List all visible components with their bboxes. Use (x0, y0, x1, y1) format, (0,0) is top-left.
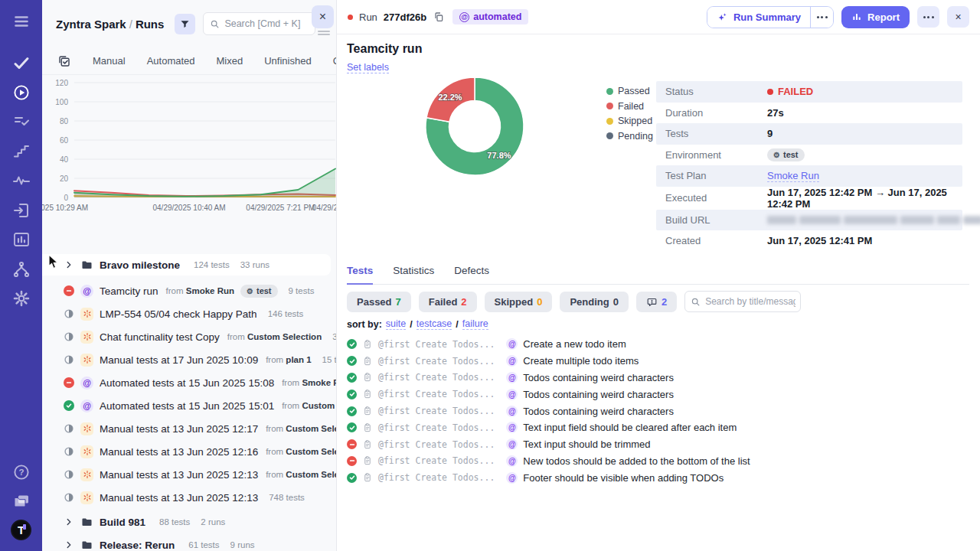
run-row[interactable]: Manual tests at 13 Jun 2025 12:16from Cu… (42, 441, 337, 462)
report-button[interactable]: Report (841, 6, 910, 28)
test-title[interactable]: New todos should be added to the bottom … (523, 455, 750, 467)
branch-icon[interactable] (12, 260, 31, 279)
test-filters-row: Passed 7Failed 2Skipped 0Pending 02 (347, 291, 801, 312)
run-row[interactable]: @Automated tests at 15 Jun 2025 15:01fro… (42, 395, 337, 416)
run-name: LMP-554 05/04 check Happy Path (100, 308, 257, 320)
runs-tab-unfinished[interactable]: Unfinished (264, 55, 311, 67)
test-title[interactable]: Todos containing weird characters (523, 389, 674, 400)
copy-run-id-button[interactable] (433, 10, 446, 24)
test-row[interactable]: @first Create Todos...@Todos containing … (347, 386, 972, 403)
test-title[interactable]: Todos containing weird characters (523, 372, 674, 383)
filter-count: 2 (461, 296, 466, 308)
run-row[interactable]: Chat functinality test Copyfrom Custom S… (42, 326, 337, 347)
close-detail-button[interactable]: × (947, 6, 969, 28)
run-plan-name: Custom Selection (286, 447, 337, 456)
import-icon[interactable] (12, 201, 31, 220)
panel-close-button[interactable]: × (312, 5, 334, 28)
list-check-icon[interactable] (12, 112, 31, 131)
test-title[interactable]: Text input field should be cleared after… (523, 422, 737, 433)
test-row[interactable]: @first Create Todos...@Todos containing … (347, 403, 972, 419)
filter-comments-button[interactable]: 2 (636, 292, 677, 312)
filter-button[interactable] (175, 14, 195, 34)
workspace-logo[interactable]: T (11, 520, 31, 540)
sort-by-testcase[interactable]: testcase (416, 318, 452, 330)
test-title[interactable]: Footer should be visible when adding TOD… (523, 472, 724, 484)
run-folder-row[interactable]: Build 98188 tests2 runs (42, 511, 337, 533)
chevron-right-icon[interactable] (64, 540, 74, 550)
search-input[interactable] (224, 18, 309, 29)
run-summary-button[interactable]: Run Summary (707, 7, 810, 28)
breadcrumb-project[interactable]: Zyntra Spark (56, 18, 126, 31)
svg-text:0: 0 (64, 194, 68, 202)
run-folder-row[interactable]: Bravo milestone124 tests33 runs (42, 254, 331, 276)
menu-icon[interactable] (12, 12, 31, 31)
legend-label: Skipped (618, 116, 652, 126)
clipboard-icon (362, 389, 373, 399)
run-row[interactable]: Manual tests at 13 Jun 2025 12:13from Cu… (42, 464, 337, 485)
clipboard-icon (362, 406, 373, 416)
run-row[interactable]: @Teamcity runfrom Smoke Run⚙test9 tests (42, 280, 337, 302)
sort-by-suite[interactable]: suite (386, 318, 406, 330)
run-row[interactable]: Manual tests at 17 Jun 2025 10:09from pl… (42, 349, 337, 370)
set-labels-link[interactable]: Set labels (347, 62, 389, 73)
test-title[interactable]: Create a new todo item (523, 338, 626, 350)
tab-statistics[interactable]: Statistics (393, 265, 434, 284)
filter-failed-button[interactable]: Failed 2 (419, 292, 477, 312)
test-row[interactable]: @first Create Todos...@Footer should be … (347, 469, 972, 486)
detail-row-build-url: Build URL (656, 210, 962, 231)
filter-passed-button[interactable]: Passed 7 (347, 292, 411, 312)
automated-test-icon: @ (506, 406, 518, 417)
svg-text:04/29/2025 10:40 AM: 04/29/2025 10:40 AM (153, 204, 226, 212)
test-row[interactable]: @first Create Todos...@Text input field … (347, 419, 972, 436)
chevron-right-icon[interactable] (64, 517, 74, 527)
test-row[interactable]: @first Create Todos...@Create a new todo… (347, 336, 972, 353)
test-suite-path: @first Create Todos... (378, 372, 495, 383)
more-actions-button[interactable] (917, 6, 939, 28)
status-passed-icon (347, 473, 357, 483)
run-folder-row[interactable]: Release: Rerun61 tests9 runs (42, 534, 337, 551)
folders-icon[interactable] (12, 491, 31, 510)
tab-tests[interactable]: Tests (347, 265, 373, 285)
tab-defects[interactable]: Defects (454, 265, 489, 284)
tests-search-input[interactable] (705, 296, 795, 307)
run-plan-name: Custom Selection (286, 424, 337, 433)
filter-pending-button[interactable]: Pending 0 (560, 292, 629, 312)
run-row[interactable]: LMP-554 05/04 check Happy Path146 tests (42, 303, 337, 324)
runs-tab-automated[interactable]: Automated (147, 55, 195, 67)
run-row[interactable]: @Automated tests at 15 Jun 2025 15:08fro… (42, 372, 337, 393)
pulse-icon[interactable] (12, 171, 31, 190)
test-plan-link[interactable]: Smoke Run (767, 170, 819, 182)
select-all-icon[interactable] (57, 54, 71, 68)
test-row[interactable]: @first Create Todos...@Create multiple t… (347, 353, 972, 370)
bar-chart-icon[interactable] (12, 230, 31, 249)
run-row[interactable]: Manual tests at 13 Jun 2025 12:13748 tes… (42, 487, 337, 508)
test-row[interactable]: @first Create Todos...@Text input should… (347, 436, 972, 453)
chevron-right-icon[interactable] (64, 259, 74, 270)
runs-tab-mixed[interactable]: Mixed (217, 55, 243, 67)
test-title[interactable]: Todos containing weird characters (523, 406, 674, 417)
test-title[interactable]: Text input should be trimmed (523, 439, 650, 450)
help-icon[interactable]: ? (12, 463, 31, 481)
test-row[interactable]: @first Create Todos...@New todos should … (347, 453, 972, 470)
steps-icon[interactable] (12, 142, 31, 161)
run-row[interactable]: Manual tests at 13 Jun 2025 12:17from Cu… (42, 418, 337, 439)
play-circle-icon[interactable] (12, 83, 31, 102)
test-suite-path: @first Create Todos... (378, 406, 495, 416)
test-title[interactable]: Create multiple todo items (523, 355, 639, 367)
panel-resize-handle[interactable] (318, 31, 330, 37)
runs-filter-tabs: ManualAutomatedMixedUnfinishedGroups (42, 47, 336, 75)
run-summary-more-button[interactable] (810, 7, 833, 28)
tests-search[interactable] (684, 291, 801, 312)
automated-badge[interactable]: @ automated (452, 9, 528, 24)
project-search[interactable] (203, 12, 315, 35)
sort-by-failure[interactable]: failure (462, 318, 488, 330)
status-passed-icon (347, 390, 357, 399)
test-row[interactable]: @first Create Todos...@Todos containing … (347, 370, 972, 386)
automated-test-icon: @ (506, 355, 518, 367)
filter-skipped-button[interactable]: Skipped 0 (485, 292, 553, 312)
runs-tab-manual[interactable]: Manual (93, 55, 126, 67)
check-icon[interactable] (12, 54, 31, 72)
sort-row: sort by:suite/testcase/failure (347, 318, 488, 330)
run-plan-name: Custom Selection (286, 470, 337, 479)
settings-icon[interactable] (12, 289, 31, 308)
